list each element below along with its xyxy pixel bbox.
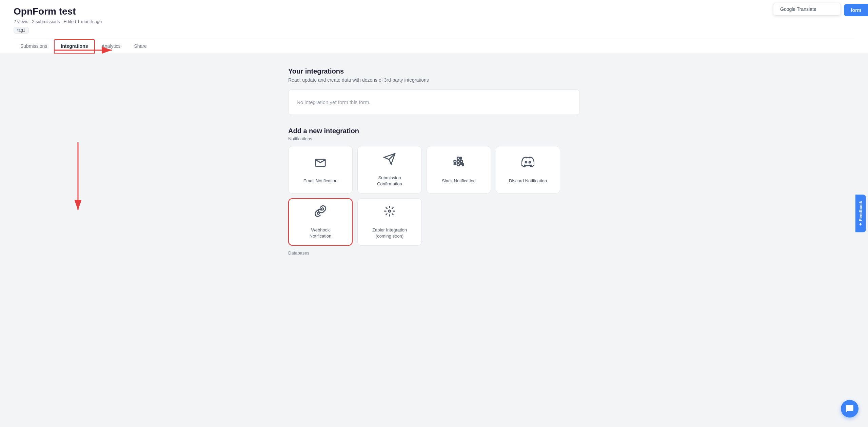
edit-form-button[interactable]: form: [844, 4, 868, 16]
svg-rect-5: [454, 164, 456, 165]
svg-point-11: [317, 212, 319, 214]
main-content: Your integrations Read, update and creat…: [281, 54, 587, 269]
card-zapier-label: Zapier Integration(coming soon): [372, 227, 407, 239]
card-discord[interactable]: Discord Notification: [496, 146, 560, 194]
tab-integrations[interactable]: Integrations: [54, 39, 95, 54]
card-webhook[interactable]: WebhookNotification: [288, 198, 353, 246]
tab-share[interactable]: Share: [127, 39, 154, 54]
form-meta: 2 views · 2 submissions · Edited 1 month…: [14, 19, 102, 24]
card-submission[interactable]: SubmissionConfirmation: [357, 146, 422, 194]
card-discord-label: Discord Notification: [509, 178, 547, 184]
your-integrations-section: Your integrations Read, update and creat…: [288, 67, 580, 115]
svg-point-10: [529, 161, 531, 163]
notifications-grid: Email Notification SubmissionConfirmatio…: [288, 146, 580, 194]
svg-rect-1: [457, 157, 459, 159]
google-translate-dropdown[interactable]: Google Translate: [773, 3, 841, 16]
tab-submissions[interactable]: Submissions: [14, 39, 54, 54]
svg-rect-2: [457, 160, 459, 162]
google-translate-label: Google Translate: [780, 6, 816, 12]
card-slack-label: Slack Notification: [442, 178, 476, 184]
svg-rect-6: [460, 157, 461, 159]
integrations-subtitle: Read, update and create data with dozens…: [288, 77, 580, 83]
svg-rect-3: [457, 164, 459, 166]
card-slack[interactable]: Slack Notification: [427, 146, 491, 194]
card-webhook-label: WebhookNotification: [310, 227, 331, 239]
zapier-icon: [383, 205, 396, 224]
card-email-label: Email Notification: [303, 178, 337, 184]
webhook-icon: [314, 205, 327, 224]
add-integration-title: Add a new integration: [288, 127, 580, 135]
tab-analytics[interactable]: Analytics: [95, 39, 127, 54]
submission-icon: [383, 152, 396, 171]
svg-point-12: [321, 208, 323, 210]
discord-icon: [521, 156, 534, 175]
email-icon: [314, 156, 327, 175]
no-integration-box: No integration yet form this form.: [288, 89, 580, 115]
tag-badge: tag1: [14, 27, 29, 34]
svg-point-13: [389, 210, 391, 212]
svg-rect-0: [454, 160, 456, 162]
integrations-title: Your integrations: [288, 67, 580, 75]
form-title: OpnForm test: [14, 6, 102, 17]
slack-icon: [452, 156, 465, 175]
svg-rect-4: [460, 160, 462, 162]
card-submission-label: SubmissionConfirmation: [377, 175, 402, 187]
notifications-label: Notifications: [288, 136, 580, 141]
nav-tabs: Submissions Integrations Analytics Share: [14, 39, 854, 54]
svg-rect-8: [462, 164, 463, 166]
more-integrations-grid: WebhookNotification Zapier Integration(c…: [288, 198, 580, 246]
feedback-button[interactable]: ✦ Feedback: [855, 195, 866, 232]
add-integration-section: Add a new integration Notifications Emai…: [288, 127, 580, 256]
card-email[interactable]: Email Notification: [288, 146, 353, 194]
card-zapier[interactable]: Zapier Integration(coming soon): [357, 198, 422, 246]
databases-label: Databases: [288, 250, 580, 256]
svg-point-9: [525, 161, 527, 163]
